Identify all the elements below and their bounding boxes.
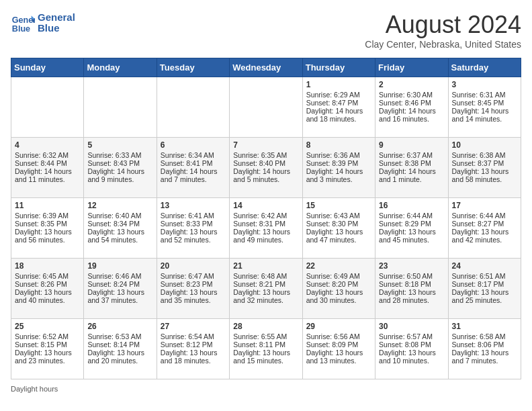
calendar-cell: 24Sunrise: 6:51 AMSunset: 8:17 PMDayligh… [448,259,521,319]
day-info: Daylight: 14 hours and 18 minutes. [306,107,371,123]
day-info: Sunset: 8:17 PM [452,280,517,288]
day-number: 19 [87,261,152,271]
calendar-cell: 26Sunrise: 6:53 AMSunset: 8:14 PMDayligh… [84,319,157,379]
day-info: Sunset: 8:09 PM [306,340,371,349]
calendar-row: 18Sunrise: 6:45 AMSunset: 8:26 PMDayligh… [11,259,521,319]
day-info: Daylight: 14 hours and 7 minutes. [161,167,226,183]
day-info: Sunset: 8:31 PM [233,220,298,228]
day-info: Sunrise: 6:44 AM [452,212,517,220]
calendar-cell: 2Sunrise: 6:30 AMSunset: 8:46 PMDaylight… [375,77,448,138]
day-info: Sunrise: 6:43 AM [306,212,371,220]
col-header-monday: Monday [84,58,157,77]
day-number: 12 [87,201,152,210]
day-info: Sunset: 8:15 PM [15,340,80,349]
day-number: 21 [233,261,298,271]
day-info: Sunset: 8:33 PM [161,220,226,228]
col-header-thursday: Thursday [302,58,375,77]
calendar-cell: 25Sunrise: 6:52 AMSunset: 8:15 PMDayligh… [11,319,84,379]
day-info: Sunset: 8:29 PM [379,220,444,228]
day-info: Sunrise: 6:35 AM [233,151,298,159]
day-info: Sunrise: 6:36 AM [306,151,371,159]
day-info: Sunset: 8:45 PM [452,99,517,107]
day-info: Daylight: 13 hours and 37 minutes. [87,288,152,304]
day-info: Daylight: 14 hours and 14 minutes. [452,107,517,123]
calendar-cell: 28Sunrise: 6:55 AMSunset: 8:11 PMDayligh… [230,319,302,379]
calendar-cell: 6Sunrise: 6:34 AMSunset: 8:41 PMDaylight… [157,138,229,198]
day-number: 4 [15,140,80,150]
day-info: Sunrise: 6:39 AM [15,212,80,220]
day-info: Sunset: 8:34 PM [87,220,152,228]
day-number: 20 [161,261,226,271]
day-info: Sunrise: 6:51 AM [452,272,517,280]
day-info: Sunrise: 6:46 AM [87,272,152,280]
calendar-cell: 3Sunrise: 6:31 AMSunset: 8:45 PMDaylight… [448,77,521,138]
day-info: Sunrise: 6:49 AM [306,272,371,280]
day-info: Sunset: 8:46 PM [379,99,444,107]
day-info: Sunset: 8:27 PM [452,220,517,228]
day-info: Daylight: 13 hours and 30 minutes. [306,288,371,304]
day-info: Sunset: 8:14 PM [87,340,152,349]
day-info: Sunrise: 6:33 AM [87,151,152,159]
day-info: Daylight: 13 hours and 58 minutes. [452,167,517,183]
calendar-cell: 22Sunrise: 6:49 AMSunset: 8:20 PMDayligh… [302,259,375,319]
day-info: Sunrise: 6:58 AM [452,332,517,340]
calendar-cell [84,77,157,138]
day-info: Daylight: 13 hours and 28 minutes. [379,288,444,304]
calendar-cell [11,77,84,138]
day-number: 1 [306,80,371,89]
day-info: Sunrise: 6:57 AM [379,332,444,340]
day-number: 29 [306,322,371,331]
day-number: 11 [15,201,80,210]
calendar-header: SundayMondayTuesdayWednesdayThursdayFrid… [11,58,521,77]
col-header-tuesday: Tuesday [157,58,229,77]
col-header-saturday: Saturday [448,58,521,77]
calendar-cell: 8Sunrise: 6:36 AMSunset: 8:39 PMDaylight… [302,138,375,198]
logo-icon: General Blue [11,11,35,35]
day-info: Sunrise: 6:42 AM [233,212,298,220]
day-info: Sunset: 8:39 PM [306,159,371,167]
day-info: Daylight: 13 hours and 25 minutes. [452,288,517,304]
calendar-table: SundayMondayTuesdayWednesdayThursdayFrid… [11,58,521,379]
day-number: 18 [15,261,80,271]
calendar-cell: 30Sunrise: 6:57 AMSunset: 8:08 PMDayligh… [375,319,448,379]
day-info: Sunset: 8:35 PM [15,220,80,228]
day-number: 28 [233,322,298,331]
col-header-sunday: Sunday [11,58,84,77]
day-info: Daylight: 13 hours and 15 minutes. [233,349,298,365]
title-block: August 2024 Clay Center, Nebraska, Unite… [365,11,521,50]
day-info: Sunrise: 6:47 AM [161,272,226,280]
day-info: Daylight: 14 hours and 1 minute. [379,167,444,183]
calendar-cell: 16Sunrise: 6:44 AMSunset: 8:29 PMDayligh… [375,198,448,259]
day-info: Sunrise: 6:31 AM [452,91,517,99]
day-info: Sunrise: 6:55 AM [233,332,298,340]
day-number: 16 [379,201,444,210]
day-info: Sunrise: 6:54 AM [161,332,226,340]
col-header-wednesday: Wednesday [230,58,302,77]
day-info: Sunrise: 6:41 AM [161,212,226,220]
calendar-cell: 31Sunrise: 6:58 AMSunset: 8:06 PMDayligh… [448,319,521,379]
day-info: Daylight: 13 hours and 45 minutes. [379,228,444,244]
day-number: 22 [306,261,371,271]
day-info: Sunset: 8:41 PM [161,159,226,167]
day-number: 5 [87,140,152,150]
day-info: Sunset: 8:08 PM [379,340,444,349]
day-info: Sunrise: 6:50 AM [379,272,444,280]
day-number: 14 [233,201,298,210]
calendar-cell: 21Sunrise: 6:48 AMSunset: 8:21 PMDayligh… [230,259,302,319]
calendar-cell: 20Sunrise: 6:47 AMSunset: 8:23 PMDayligh… [157,259,229,319]
day-info: Sunrise: 6:34 AM [161,151,226,159]
calendar-row: 11Sunrise: 6:39 AMSunset: 8:35 PMDayligh… [11,198,521,259]
day-info: Sunset: 8:24 PM [87,280,152,288]
calendar-cell [230,77,302,138]
day-info: Daylight: 13 hours and 10 minutes. [379,349,444,365]
day-info: Daylight: 14 hours and 9 minutes. [87,167,152,183]
day-info: Sunrise: 6:32 AM [15,151,80,159]
day-number: 23 [379,261,444,271]
location: Clay Center, Nebraska, United States [365,39,521,50]
calendar-cell: 11Sunrise: 6:39 AMSunset: 8:35 PMDayligh… [11,198,84,259]
footer-label: Daylight hours [11,385,58,393]
day-info: Sunrise: 6:45 AM [15,272,80,280]
calendar-row: 25Sunrise: 6:52 AMSunset: 8:15 PMDayligh… [11,319,521,379]
day-info: Daylight: 13 hours and 40 minutes. [15,288,80,304]
day-number: 9 [379,140,444,150]
